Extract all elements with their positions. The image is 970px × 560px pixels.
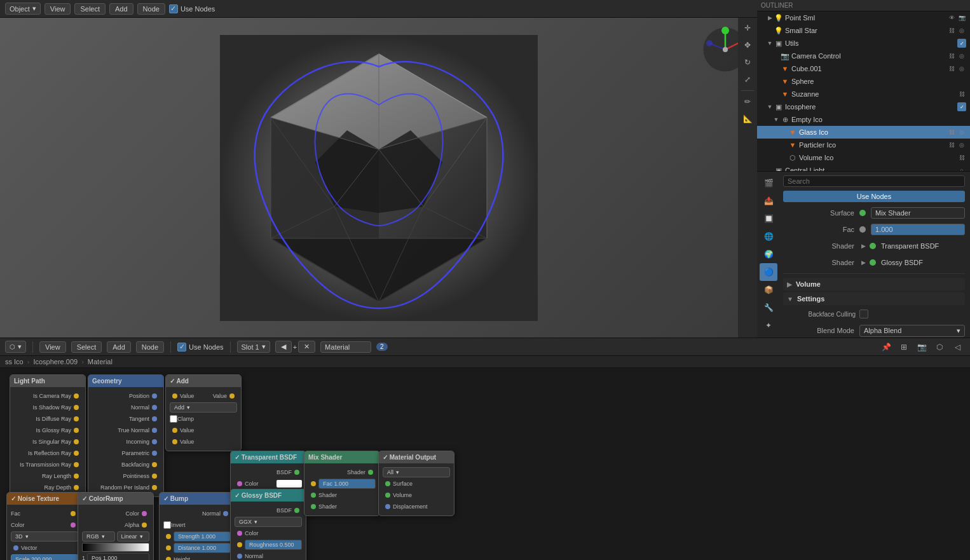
outliner-item-utils[interactable]: ▼ ▣ Utils ✓ [757, 37, 970, 50]
node-material-output[interactable]: ✓ Material Output All ▾ Surface [378, 451, 454, 516]
socket[interactable] [237, 542, 242, 547]
socket[interactable] [152, 393, 157, 399]
node-bump[interactable]: ✓ Bump Normal Invert Strength 1.000 [159, 492, 235, 560]
clamp-checkbox[interactable] [170, 415, 177, 423]
visibility-checkbox[interactable]: ✓ [957, 102, 966, 111]
slot-dropdown[interactable]: Slot 1 ▾ [237, 341, 270, 353]
prop-tab-render[interactable]: 🎬 [760, 174, 777, 192]
color-swatch[interactable] [277, 480, 302, 488]
socket[interactable] [311, 481, 316, 486]
cr-mode-dropdown[interactable]: RGB ▾ [82, 531, 115, 542]
socket[interactable] [385, 504, 390, 509]
node-color-ramp[interactable]: ✓ ColorRamp Color Alpha RGB ▾ [78, 492, 154, 560]
dim-dropdown[interactable]: 3D ▾ [11, 531, 78, 542]
add-menu-node[interactable]: Add [107, 341, 131, 353]
socket[interactable] [385, 481, 390, 486]
socket[interactable] [142, 511, 147, 516]
prev-slot-btn[interactable]: ◀ [275, 341, 292, 353]
socket[interactable] [294, 508, 299, 513]
camera-snap-icon[interactable]: 📷 [914, 339, 929, 355]
material-dropdown[interactable]: Material [320, 341, 371, 353]
use-nodes-toggle[interactable]: ✓ Use Nodes [169, 4, 215, 13]
socket[interactable] [368, 470, 373, 475]
use-nodes-toggle-node[interactable]: ✓ Use Nodes [177, 343, 223, 352]
socket[interactable] [237, 481, 242, 486]
socket[interactable] [311, 504, 316, 509]
node-add[interactable]: ✓ Add Value Value Add ▾ [165, 374, 242, 451]
socket[interactable] [166, 557, 171, 560]
add-type-dropdown[interactable]: Add ▾ [170, 402, 237, 413]
socket[interactable] [152, 439, 157, 444]
node-menu[interactable]: Node [137, 3, 165, 15]
view-menu[interactable]: View [44, 3, 71, 15]
mode-dropdown[interactable]: Object ▾ [5, 3, 41, 15]
shader1-expand[interactable]: ▶ [859, 242, 867, 250]
socket[interactable] [172, 428, 177, 433]
socket[interactable] [152, 405, 157, 410]
prop-tab-world[interactable]: 🌍 [760, 245, 777, 263]
volume-section-header[interactable]: ▶ Volume [783, 278, 965, 290]
backface-culling-checkbox[interactable] [859, 310, 868, 318]
strength-input[interactable]: Strength 1.000 [174, 531, 231, 542]
color-ramp-gradient[interactable] [82, 543, 149, 552]
socket[interactable] [237, 554, 242, 559]
visibility-checkbox[interactable]: ✓ [957, 39, 966, 48]
outliner-item-sphere[interactable]: ▶ ▼ Sphere [757, 75, 970, 88]
shader2-expand[interactable]: ▶ [859, 259, 867, 266]
socket[interactable] [152, 428, 157, 433]
breadcrumb-glass-ico[interactable]: ss Ico [5, 358, 24, 365]
node-glossy-bsdf[interactable]: ✓ Glossy BSDF BSDF GGX ▾ [230, 489, 306, 560]
outliner-item-glass-ico[interactable]: ▶ ▼ Glass Ico ⛓ ◎ [757, 126, 970, 139]
socket[interactable] [152, 485, 157, 490]
select-menu[interactable]: Select [74, 3, 106, 15]
outliner-item-cube001[interactable]: ▶ ▼ Cube.001 ⛓ ◎ [757, 62, 970, 75]
distance-input[interactable]: Distance 1.000 [174, 543, 231, 553]
expand-icon[interactable]: ▼ [766, 103, 774, 111]
viewport-canvas[interactable]: ✛ ✥ ↻ ⤢ ✏ 📐 [0, 18, 757, 338]
socket[interactable] [71, 522, 76, 528]
socket[interactable] [166, 545, 171, 550]
socket[interactable] [152, 462, 157, 467]
socket[interactable] [237, 531, 242, 536]
node-transparent-bsdf[interactable]: ✓ Transparent BSDF BSDF Color [230, 451, 306, 493]
prop-tab-output[interactable]: 📤 [760, 192, 777, 210]
prop-tab-scene[interactable]: 🌐 [760, 228, 777, 245]
all-dropdown[interactable]: All ▾ [383, 467, 450, 477]
node-noise-texture[interactable]: ✓ Noise Texture Fac Color 3D ▾ [6, 492, 83, 560]
socket[interactable] [74, 485, 79, 490]
use-nodes-checkbox-node[interactable]: ✓ [177, 343, 186, 352]
scale-tool[interactable]: ⤢ [740, 72, 755, 87]
outliner-item-empty-ico[interactable]: ▼ ⊕ Empty Ico [757, 113, 970, 126]
editor-mode-dropdown[interactable]: ⬡ ▾ [5, 341, 26, 353]
pos-input[interactable]: Pos 1.000 [87, 553, 149, 560]
next-slot-btn[interactable]: ✕ [298, 341, 315, 353]
node-canvas[interactable]: Light Path Is Camera Ray Is Shadow Ray I… [0, 368, 970, 560]
socket[interactable] [172, 393, 177, 399]
outliner-item-small-star[interactable]: ▶ 💡 Small Star ⛓ ◎ [757, 24, 970, 37]
socket[interactable] [74, 416, 79, 421]
roughness-input[interactable]: Roughness 0.500 [245, 540, 302, 550]
outliner-item-icosphere[interactable]: ▼ ▣ Icosphere ✓ [757, 100, 970, 113]
cursor-tool[interactable]: ✛ [740, 20, 755, 36]
expand-icon[interactable]: ▼ [772, 116, 780, 123]
outliner-item-suzanne[interactable]: ▶ ▼ Suzanne ⛓ [757, 88, 970, 100]
socket[interactable] [74, 405, 79, 410]
layout-icon[interactable]: ⊞ [896, 339, 912, 355]
socket[interactable] [223, 511, 228, 516]
invert-checkbox[interactable] [163, 521, 171, 529]
socket[interactable] [311, 493, 316, 498]
node-geometry[interactable]: Geometry Position Normal Tangent [88, 374, 164, 497]
socket[interactable] [74, 451, 79, 456]
cr-interp-dropdown[interactable]: Linear ▾ [117, 531, 150, 542]
camera-icon[interactable]: 📷 [957, 13, 966, 22]
annotate-tool[interactable]: ✏ [740, 94, 755, 109]
socket[interactable] [71, 511, 76, 516]
socket[interactable] [74, 439, 79, 444]
pin-icon[interactable]: 📌 [878, 339, 894, 355]
socket[interactable] [294, 470, 299, 475]
select-menu-node[interactable]: Select [71, 341, 102, 353]
socket[interactable] [74, 393, 79, 399]
properties-search[interactable] [783, 175, 965, 187]
expand-icon[interactable]: ▶ [766, 14, 774, 22]
prop-tab-object[interactable]: 📦 [760, 281, 777, 299]
